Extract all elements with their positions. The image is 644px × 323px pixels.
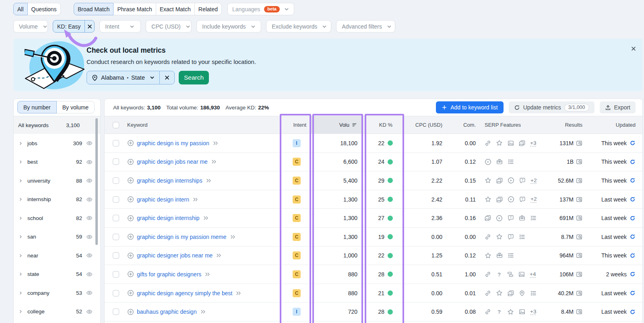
refresh-metrics-icon[interactable] [630, 290, 636, 296]
refresh-metrics-icon[interactable] [630, 196, 636, 202]
tab-related[interactable]: Related [194, 3, 222, 15]
eye-icon[interactable] [86, 159, 93, 165]
header-results[interactable]: Results [544, 122, 588, 128]
row-checkbox[interactable] [113, 271, 119, 278]
row-checkbox[interactable] [113, 140, 119, 146]
open-keyword-icon[interactable] [216, 253, 222, 258]
refresh-metrics-icon[interactable] [630, 215, 636, 221]
filter-exclude-keywords[interactable]: Exclude keywords [266, 20, 331, 33]
serp-more-link[interactable]: +2 [530, 177, 537, 184]
row-checkbox[interactable] [113, 177, 119, 184]
add-keyword-icon[interactable] [127, 290, 134, 296]
serp-more-link[interactable]: +4 [530, 271, 536, 278]
location-clear-button[interactable] [160, 71, 174, 84]
serp-source-icon[interactable] [576, 234, 582, 240]
table-row[interactable]: graphic design internshipsC5,400292.220.… [105, 171, 642, 190]
header-volume[interactable]: Volu [310, 116, 362, 134]
keyword-link[interactable]: graphic design internships [137, 177, 202, 184]
table-row[interactable]: graphic design internC1,300252.420.11?+2… [105, 190, 642, 209]
keyword-link[interactable]: graphic design internship [137, 215, 200, 221]
refresh-metrics-icon[interactable] [630, 253, 636, 259]
serp-source-icon[interactable] [576, 271, 582, 278]
chevron-right-icon[interactable] [18, 216, 23, 221]
keyword-group-university[interactable]: university88 [14, 171, 100, 190]
eye-icon[interactable] [86, 234, 93, 240]
eye-icon[interactable] [86, 290, 93, 296]
table-row[interactable]: graphic design is my passion memeC1,3001… [105, 228, 642, 247]
table-row[interactable]: graphic design internshipC1,300272.360.1… [105, 209, 642, 228]
sidebar-toggle-by-number[interactable]: By number [17, 101, 57, 113]
open-keyword-icon[interactable] [211, 159, 217, 165]
keyword-group-college[interactable]: college52 [14, 302, 100, 321]
filter-cpc-usd[interactable]: CPC (USD) [146, 20, 192, 33]
serp-source-icon[interactable] [576, 158, 582, 165]
eye-icon[interactable] [86, 140, 93, 146]
select-all-checkbox[interactable] [113, 122, 119, 128]
remove-filter-button[interactable] [85, 21, 94, 32]
tab-broad-match[interactable]: Broad Match [74, 3, 114, 15]
chevron-right-icon[interactable] [18, 159, 23, 165]
languages-dropdown[interactable]: Languages beta [227, 3, 294, 15]
header-com[interactable]: Com. [448, 122, 481, 128]
chevron-right-icon[interactable] [18, 290, 23, 296]
eye-icon[interactable] [86, 252, 93, 259]
table-row[interactable]: graphic design jobs near meC6,600241.070… [105, 153, 642, 172]
export-button[interactable]: Export [600, 101, 636, 113]
refresh-metrics-icon[interactable] [630, 177, 636, 183]
row-checkbox[interactable] [113, 234, 119, 240]
intent-badge[interactable]: C [293, 233, 301, 241]
intent-badge[interactable]: C [293, 270, 301, 278]
open-keyword-icon[interactable] [203, 215, 209, 221]
open-keyword-icon[interactable] [193, 197, 198, 202]
add-keyword-icon[interactable] [127, 140, 134, 146]
sidebar-toggle-by-volume[interactable]: By volume [56, 101, 95, 113]
keyword-group-best[interactable]: best92 [14, 153, 100, 172]
eye-icon[interactable] [86, 215, 93, 221]
chevron-right-icon[interactable] [18, 309, 23, 314]
open-keyword-icon[interactable] [206, 178, 212, 183]
intent-badge[interactable]: C [293, 158, 301, 166]
serp-source-icon[interactable] [576, 140, 582, 146]
table-row[interactable]: graphic design is my passionI18,100221.9… [105, 134, 642, 153]
serp-more-link[interactable]: +2 [530, 196, 537, 203]
row-checkbox[interactable] [113, 290, 119, 296]
add-keyword-icon[interactable] [127, 158, 134, 165]
location-selector[interactable]: Alabama • State [87, 71, 175, 84]
chevron-right-icon[interactable] [18, 253, 23, 258]
table-row[interactable]: gifts for graphic designersC880280.511.0… [105, 265, 642, 284]
intent-badge[interactable]: C [293, 251, 301, 259]
keyword-link[interactable]: graphic design is my passion [137, 140, 209, 146]
sidebar-scrollbar[interactable] [95, 118, 98, 245]
eye-icon[interactable] [86, 271, 93, 278]
header-serp-features[interactable]: SERP Features [481, 122, 544, 128]
add-keyword-icon[interactable] [127, 233, 134, 240]
refresh-metrics-icon[interactable] [630, 309, 636, 315]
keyword-group-near[interactable]: near54 [14, 246, 100, 265]
refresh-metrics-icon[interactable] [630, 140, 636, 146]
keyword-link[interactable]: gifts for graphic designers [137, 271, 201, 278]
chevron-right-icon[interactable] [18, 141, 23, 146]
keyword-group-internship[interactable]: internship82 [14, 190, 100, 209]
keyword-link[interactable]: graphic design is my passion meme [137, 234, 227, 240]
filter-intent[interactable]: Intent [99, 20, 141, 33]
header-cpc[interactable]: CPC (USD) [403, 122, 448, 128]
keyword-link[interactable]: bauhaus graphic design [137, 309, 197, 315]
banner-close-button[interactable] [631, 46, 636, 51]
add-keyword-icon[interactable] [127, 177, 134, 184]
tab-questions[interactable]: Questions [27, 3, 61, 15]
row-checkbox[interactable] [113, 158, 119, 165]
row-checkbox[interactable] [113, 252, 119, 259]
tab-all[interactable]: All [13, 3, 28, 15]
open-keyword-icon[interactable] [236, 290, 242, 296]
chevron-right-icon[interactable] [18, 197, 23, 202]
filter-kd-easy[interactable]: KD: Easy [53, 20, 95, 33]
serp-source-icon[interactable] [576, 309, 582, 315]
header-keyword[interactable]: Keyword [127, 122, 280, 128]
add-to-keyword-list-button[interactable]: Add to keyword list [436, 101, 504, 113]
chevron-right-icon[interactable] [18, 272, 23, 277]
intent-badge[interactable]: I [293, 308, 301, 316]
keyword-group-state[interactable]: state54 [14, 265, 100, 284]
keyword-link[interactable]: graphic designer jobs near me [137, 252, 213, 259]
open-keyword-icon[interactable] [230, 234, 236, 240]
intent-badge[interactable]: I [293, 139, 301, 147]
